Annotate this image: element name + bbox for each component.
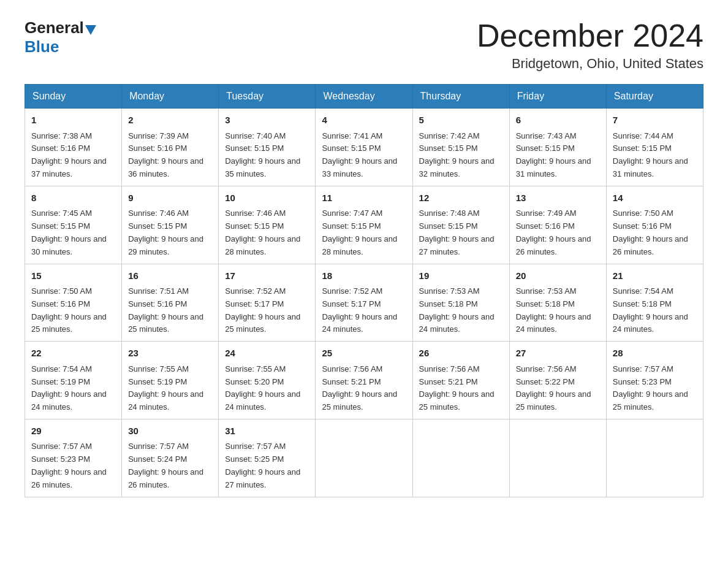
day-info: Sunrise: 7:57 AMSunset: 5:23 PMDaylight:… xyxy=(31,442,107,489)
calendar-cell: 21Sunrise: 7:54 AMSunset: 5:18 PMDayligh… xyxy=(606,264,703,342)
day-info: Sunrise: 7:40 AMSunset: 5:15 PMDaylight:… xyxy=(225,131,300,178)
page-title: December 2024 xyxy=(477,18,703,53)
day-number: 13 xyxy=(516,191,600,205)
svg-marker-0 xyxy=(85,25,96,35)
page-subtitle: Bridgetown, Ohio, United States xyxy=(477,56,703,72)
calendar-day-header: Monday xyxy=(122,85,219,109)
calendar-cell: 12Sunrise: 7:48 AMSunset: 5:15 PMDayligh… xyxy=(412,186,509,264)
calendar-cell: 7Sunrise: 7:44 AMSunset: 5:15 PMDaylight… xyxy=(606,109,703,186)
day-number: 18 xyxy=(322,269,406,283)
calendar-day-header: Thursday xyxy=(412,85,509,109)
day-info: Sunrise: 7:54 AMSunset: 5:18 PMDaylight:… xyxy=(613,286,688,334)
day-info: Sunrise: 7:45 AMSunset: 5:15 PMDaylight:… xyxy=(31,209,107,256)
logo-arrow-icon xyxy=(84,23,97,36)
logo: General Blue xyxy=(25,18,97,56)
page-header: General Blue December 2024 Bridgetown, O… xyxy=(25,18,703,72)
day-number: 12 xyxy=(419,191,503,205)
day-info: Sunrise: 7:38 AMSunset: 5:16 PMDaylight:… xyxy=(31,131,107,178)
day-number: 1 xyxy=(31,113,115,128)
calendar-week-row: 29Sunrise: 7:57 AMSunset: 5:23 PMDayligh… xyxy=(25,419,703,497)
calendar-cell: 16Sunrise: 7:51 AMSunset: 5:16 PMDayligh… xyxy=(122,264,219,342)
calendar-cell: 17Sunrise: 7:52 AMSunset: 5:17 PMDayligh… xyxy=(219,264,316,342)
calendar-cell: 15Sunrise: 7:50 AMSunset: 5:16 PMDayligh… xyxy=(25,264,122,342)
day-info: Sunrise: 7:46 AMSunset: 5:15 PMDaylight:… xyxy=(225,209,300,256)
calendar-cell xyxy=(606,419,703,497)
day-info: Sunrise: 7:52 AMSunset: 5:17 PMDaylight:… xyxy=(322,286,397,334)
calendar-cell: 24Sunrise: 7:55 AMSunset: 5:20 PMDayligh… xyxy=(219,342,316,419)
calendar-cell: 29Sunrise: 7:57 AMSunset: 5:23 PMDayligh… xyxy=(25,419,122,497)
day-info: Sunrise: 7:56 AMSunset: 5:22 PMDaylight:… xyxy=(516,364,591,412)
calendar-cell: 8Sunrise: 7:45 AMSunset: 5:15 PMDaylight… xyxy=(25,186,122,264)
day-info: Sunrise: 7:55 AMSunset: 5:19 PMDaylight:… xyxy=(128,364,203,412)
day-number: 6 xyxy=(516,113,600,128)
day-info: Sunrise: 7:51 AMSunset: 5:16 PMDaylight:… xyxy=(128,286,203,334)
calendar-cell: 9Sunrise: 7:46 AMSunset: 5:15 PMDaylight… xyxy=(122,186,219,264)
day-number: 28 xyxy=(613,347,697,361)
day-number: 7 xyxy=(613,113,697,128)
calendar-cell: 28Sunrise: 7:57 AMSunset: 5:23 PMDayligh… xyxy=(606,342,703,419)
calendar-week-row: 1Sunrise: 7:38 AMSunset: 5:16 PMDaylight… xyxy=(25,109,703,186)
calendar-cell xyxy=(509,419,606,497)
day-info: Sunrise: 7:42 AMSunset: 5:15 PMDaylight:… xyxy=(419,131,495,178)
day-number: 21 xyxy=(613,269,697,283)
day-info: Sunrise: 7:47 AMSunset: 5:15 PMDaylight:… xyxy=(322,209,397,256)
calendar-cell: 20Sunrise: 7:53 AMSunset: 5:18 PMDayligh… xyxy=(509,264,606,342)
day-number: 25 xyxy=(322,347,406,361)
day-number: 2 xyxy=(128,113,212,128)
calendar-cell: 19Sunrise: 7:53 AMSunset: 5:18 PMDayligh… xyxy=(412,264,509,342)
day-number: 31 xyxy=(225,424,309,439)
calendar-header-row: SundayMondayTuesdayWednesdayThursdayFrid… xyxy=(25,85,703,109)
day-info: Sunrise: 7:56 AMSunset: 5:21 PMDaylight:… xyxy=(419,364,495,412)
day-info: Sunrise: 7:52 AMSunset: 5:17 PMDaylight:… xyxy=(225,286,300,334)
day-number: 8 xyxy=(31,191,115,205)
calendar-cell: 13Sunrise: 7:49 AMSunset: 5:16 PMDayligh… xyxy=(509,186,606,264)
day-number: 22 xyxy=(31,347,115,361)
day-info: Sunrise: 7:56 AMSunset: 5:21 PMDaylight:… xyxy=(322,364,397,412)
calendar-cell: 1Sunrise: 7:38 AMSunset: 5:16 PMDaylight… xyxy=(25,109,122,186)
day-info: Sunrise: 7:53 AMSunset: 5:18 PMDaylight:… xyxy=(516,286,591,334)
calendar-cell: 11Sunrise: 7:47 AMSunset: 5:15 PMDayligh… xyxy=(316,186,412,264)
calendar-cell: 6Sunrise: 7:43 AMSunset: 5:15 PMDaylight… xyxy=(509,109,606,186)
day-info: Sunrise: 7:55 AMSunset: 5:20 PMDaylight:… xyxy=(225,364,300,412)
calendar-day-header: Sunday xyxy=(25,85,122,109)
calendar-day-header: Wednesday xyxy=(316,85,412,109)
calendar-cell: 5Sunrise: 7:42 AMSunset: 5:15 PMDaylight… xyxy=(412,109,509,186)
day-number: 16 xyxy=(128,269,212,283)
calendar-table: SundayMondayTuesdayWednesdayThursdayFrid… xyxy=(25,84,703,497)
calendar-cell: 31Sunrise: 7:57 AMSunset: 5:25 PMDayligh… xyxy=(219,419,316,497)
day-info: Sunrise: 7:46 AMSunset: 5:15 PMDaylight:… xyxy=(128,209,203,256)
calendar-cell xyxy=(412,419,509,497)
day-number: 3 xyxy=(225,113,309,128)
calendar-cell: 26Sunrise: 7:56 AMSunset: 5:21 PMDayligh… xyxy=(412,342,509,419)
logo-blue-text: Blue xyxy=(25,37,59,56)
day-info: Sunrise: 7:41 AMSunset: 5:15 PMDaylight:… xyxy=(322,131,397,178)
day-number: 23 xyxy=(128,347,212,361)
calendar-day-header: Tuesday xyxy=(219,85,316,109)
day-number: 15 xyxy=(31,269,115,283)
calendar-cell: 10Sunrise: 7:46 AMSunset: 5:15 PMDayligh… xyxy=(219,186,316,264)
calendar-cell: 14Sunrise: 7:50 AMSunset: 5:16 PMDayligh… xyxy=(606,186,703,264)
day-number: 19 xyxy=(419,269,503,283)
calendar-cell: 2Sunrise: 7:39 AMSunset: 5:16 PMDaylight… xyxy=(122,109,219,186)
day-number: 4 xyxy=(322,113,406,128)
day-info: Sunrise: 7:57 AMSunset: 5:23 PMDaylight:… xyxy=(613,364,688,412)
day-info: Sunrise: 7:57 AMSunset: 5:25 PMDaylight:… xyxy=(225,442,300,489)
calendar-week-row: 15Sunrise: 7:50 AMSunset: 5:16 PMDayligh… xyxy=(25,264,703,342)
day-info: Sunrise: 7:43 AMSunset: 5:15 PMDaylight:… xyxy=(516,131,591,178)
day-number: 9 xyxy=(128,191,212,205)
calendar-week-row: 8Sunrise: 7:45 AMSunset: 5:15 PMDaylight… xyxy=(25,186,703,264)
calendar-cell xyxy=(316,419,412,497)
day-info: Sunrise: 7:54 AMSunset: 5:19 PMDaylight:… xyxy=(31,364,107,412)
calendar-cell: 23Sunrise: 7:55 AMSunset: 5:19 PMDayligh… xyxy=(122,342,219,419)
calendar-day-header: Saturday xyxy=(606,85,703,109)
day-info: Sunrise: 7:39 AMSunset: 5:16 PMDaylight:… xyxy=(128,131,203,178)
day-info: Sunrise: 7:50 AMSunset: 5:16 PMDaylight:… xyxy=(31,286,107,334)
calendar-cell: 30Sunrise: 7:57 AMSunset: 5:24 PMDayligh… xyxy=(122,419,219,497)
day-info: Sunrise: 7:44 AMSunset: 5:15 PMDaylight:… xyxy=(613,131,688,178)
day-number: 24 xyxy=(225,347,309,361)
calendar-cell: 4Sunrise: 7:41 AMSunset: 5:15 PMDaylight… xyxy=(316,109,412,186)
day-number: 26 xyxy=(419,347,503,361)
calendar-week-row: 22Sunrise: 7:54 AMSunset: 5:19 PMDayligh… xyxy=(25,342,703,419)
title-area: December 2024 Bridgetown, Ohio, United S… xyxy=(477,18,703,72)
day-info: Sunrise: 7:49 AMSunset: 5:16 PMDaylight:… xyxy=(516,209,591,256)
